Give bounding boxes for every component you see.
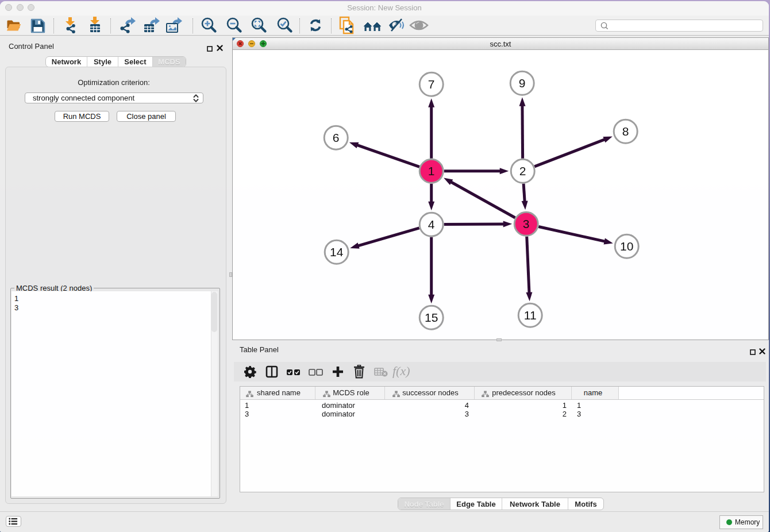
svg-text:1: 1: [428, 164, 435, 178]
svg-text:6: 6: [333, 131, 340, 144]
svg-text:10: 10: [620, 240, 633, 253]
svg-text:7: 7: [428, 78, 435, 91]
svg-text:15: 15: [425, 311, 438, 324]
svg-text:3: 3: [523, 217, 530, 230]
svg-text:2: 2: [519, 164, 526, 178]
svg-text:9: 9: [519, 76, 526, 90]
svg-text:4: 4: [428, 218, 435, 231]
svg-text:14: 14: [330, 245, 344, 259]
svg-text:8: 8: [622, 125, 629, 138]
svg-text:11: 11: [524, 309, 537, 322]
